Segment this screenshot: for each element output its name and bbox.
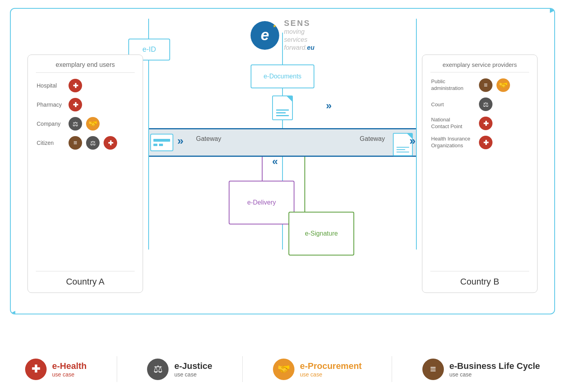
gateway-blue-line-bottom	[149, 156, 416, 157]
sens-tagline: moving services forward.eu	[284, 28, 314, 52]
citizen-label: Citizen	[37, 140, 65, 146]
country-a-box: exemplary end users Hospital ✚ Pharmacy …	[27, 55, 143, 293]
hospital-icon: ✚	[69, 79, 82, 92]
ehealth-legend-text: e-Health use case	[52, 361, 87, 378]
court-label: Court	[431, 101, 475, 107]
public-admin-label: Publicadministration	[431, 78, 475, 92]
ejustice-subtitle: use case	[174, 371, 212, 378]
eprocurement-legend-text: e-Procurement use case	[300, 361, 362, 378]
ehealth-legend-item: ✚ e-Health use case	[25, 359, 87, 380]
public-admin-row: Publicadministration ≡ 🤝	[422, 76, 537, 95]
sens-text: SENS moving services forward.eu	[284, 19, 314, 52]
ebusiness-legend-item: ≡ e-Business Life Cycle use case	[422, 359, 540, 380]
citizen-icon-health: ✚	[104, 136, 117, 150]
pharmacy-row: Pharmacy ✚	[28, 95, 143, 114]
country-a-title: exemplary end users	[28, 55, 143, 68]
country-b-name: Country B	[422, 277, 537, 287]
ehealth-legend-icon: ✚	[25, 359, 47, 380]
public-admin-icon-business: ≡	[479, 78, 492, 92]
arrow-right-top: »	[326, 99, 332, 112]
country-a-divider	[36, 72, 135, 73]
ebusiness-title: e-Business Life Cycle	[449, 361, 540, 371]
country-b-divider-bottom	[430, 271, 529, 271]
country-b-title: exemplary service providers	[422, 55, 537, 68]
ejustice-legend-text: e-Justice use case	[174, 361, 212, 378]
arrow-left-middle: «	[272, 155, 278, 168]
ncp-label: NationalContact Point	[431, 117, 475, 130]
ncp-icon-health: ✚	[479, 117, 492, 130]
ebusiness-subtitle: use case	[449, 371, 540, 378]
gateway-right-label: Gateway	[360, 135, 385, 142]
sens-star-icon: ★	[273, 23, 277, 29]
legend-divider-2	[242, 356, 243, 382]
e-documents-box: e-Documents	[251, 64, 314, 88]
gateway-arrow-left: »	[177, 135, 184, 147]
vert-line-right	[416, 19, 417, 250]
hospital-row: Hospital ✚	[28, 76, 143, 95]
court-row: Court ⚖	[422, 95, 537, 114]
gateway-band	[149, 128, 416, 157]
card-icon	[150, 134, 173, 151]
eprocurement-subtitle: use case	[300, 371, 362, 378]
pharmacy-label: Pharmacy	[37, 101, 65, 108]
sens-brand-text: SENS	[284, 19, 314, 28]
company-label: Company	[37, 121, 65, 127]
health-ins-row: Health InsuranceOrganizations ✚	[422, 133, 537, 152]
citizen-icon-justice: ⚖	[86, 136, 100, 150]
company-icon-justice: ⚖	[69, 117, 82, 131]
e-delivery-box: e-Delivery	[229, 181, 294, 224]
ebusiness-legend-text: e-Business Life Cycle use case	[449, 361, 540, 378]
country-a-divider-bottom	[36, 271, 135, 271]
ncp-row: NationalContact Point ✚	[422, 114, 537, 133]
ehealth-subtitle: use case	[52, 371, 87, 378]
legend-divider-3	[392, 356, 392, 382]
ebusiness-legend-icon: ≡	[422, 359, 444, 380]
country-a-name: Country A	[28, 277, 143, 287]
company-icon-procurement: 🤝	[86, 117, 100, 131]
pharmacy-icon: ✚	[69, 98, 82, 111]
doc-icon-top	[272, 96, 293, 120]
hospital-label: Hospital	[37, 82, 65, 89]
e-signature-box: e-Signature	[288, 212, 354, 255]
e-id-label: e-ID	[142, 45, 156, 54]
health-ins-icon: ✚	[479, 136, 492, 149]
top-arrow-head: ▶	[550, 8, 555, 14]
gateway-blue-line-top	[149, 128, 416, 129]
bottom-legend: ✚ e-Health use case ⚖ e-Justice use case…	[10, 356, 555, 382]
ehealth-title: e-Health	[52, 361, 87, 371]
citizen-row: Citizen ≡ ⚖ ✚	[28, 133, 143, 152]
top-arrow	[282, 8, 555, 9]
country-b-box: exemplary service providers Publicadmini…	[422, 55, 538, 293]
bottom-arrow	[10, 314, 282, 314]
gateway-left-label: Gateway	[196, 135, 221, 142]
country-b-divider	[430, 72, 529, 72]
company-row: Company ⚖ 🤝	[28, 114, 143, 133]
ejustice-legend-item: ⚖ e-Justice use case	[147, 359, 212, 380]
bottom-arrow-head: ◀	[10, 308, 15, 314]
e-delivery-label: e-Delivery	[247, 199, 276, 206]
gateway-arrow-right: »	[409, 135, 416, 147]
court-icon-justice: ⚖	[479, 98, 492, 111]
eprocurement-legend-item: 🤝 e-Procurement use case	[273, 359, 362, 380]
citizen-icon-business: ≡	[69, 136, 82, 150]
legend-divider-1	[117, 356, 117, 382]
ejustice-legend-icon: ⚖	[147, 359, 169, 380]
e-documents-label: e-Documents	[263, 73, 301, 80]
eprocurement-legend-icon: 🤝	[273, 359, 294, 380]
ejustice-title: e-Justice	[174, 361, 212, 371]
eprocurement-title: e-Procurement	[300, 361, 362, 371]
main-diagram: ▶ ◀ e ★ SENS moving services forward.eu …	[10, 8, 555, 314]
public-admin-icon-procurement: 🤝	[496, 78, 510, 92]
health-ins-label: Health InsuranceOrganizations	[431, 136, 475, 149]
sens-circle-icon: e ★	[251, 21, 279, 50]
e-signature-label: e-Signature	[305, 230, 338, 237]
